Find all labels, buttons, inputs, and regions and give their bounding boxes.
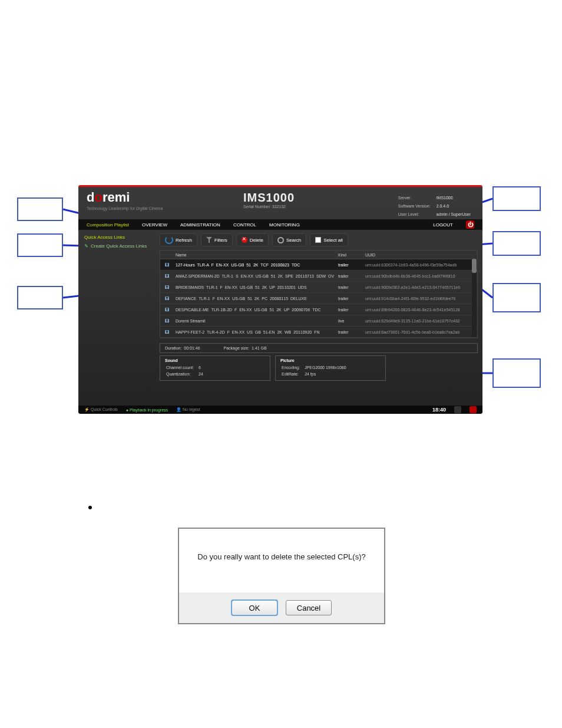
- scrollbar-thumb[interactable]: [472, 259, 477, 273]
- status-playback: ● Playback in progress: [126, 408, 168, 412]
- logout-link[interactable]: LOGOUT: [433, 222, 453, 228]
- app-ims1000: doremi Technology Leadership for Digital…: [78, 185, 482, 414]
- pencil-icon: ✎: [84, 243, 88, 249]
- reel-icon: 🎞: [160, 263, 173, 267]
- col-kind[interactable]: Kind: [338, 253, 365, 257]
- server-info: Server:IMS1000 Software Version:2.0.4.0 …: [395, 193, 474, 219]
- table-row[interactable]: 🎞AMAZ-SPIDERMAN-2D_TLR-1_S_EN-XX_US-GB_5…: [160, 271, 477, 282]
- cpl-table: Name Kind UUID 🎞127-Hours_TLR-A_F_EN-XX_…: [160, 250, 478, 338]
- reel-icon: 🎞: [160, 319, 173, 323]
- callout-box: [492, 186, 541, 211]
- callout-box: [17, 286, 63, 309]
- dialog-message: Do you really want to delete the selecte…: [179, 529, 384, 561]
- status-clock: 18:40: [432, 407, 446, 413]
- reel-icon: 🎞: [160, 285, 173, 289]
- reel-icon: 🎞: [160, 308, 173, 312]
- callout-box: [492, 231, 541, 256]
- quick-access-title: Quick Access Links: [84, 235, 154, 240]
- callout-box: [17, 233, 63, 257]
- callout-box: [492, 358, 541, 388]
- col-name[interactable]: Name: [173, 253, 338, 257]
- delete-confirm-dialog: Do you really want to delete the selecte…: [178, 528, 385, 624]
- refresh-icon: [165, 236, 173, 244]
- status-quick-controls[interactable]: ⚡ Quick Controls: [84, 407, 118, 412]
- serial-number: Serial Number: 332132: [243, 205, 295, 209]
- status-alert-icon[interactable]: [470, 406, 477, 413]
- logo: doremi: [87, 190, 130, 205]
- duration-value: 00:01:46: [184, 346, 200, 350]
- sound-title: Sound: [165, 358, 265, 363]
- selectall-button[interactable]: Select all: [310, 233, 348, 246]
- filters-button[interactable]: Filters: [201, 233, 233, 246]
- list-bullet: [88, 506, 92, 509]
- table-row[interactable]: 🎞Doremi Streamitliveurn:uuid:829d49e9-31…: [160, 315, 477, 327]
- reel-icon: 🎞: [160, 274, 173, 278]
- reel-icon: 🎞: [160, 330, 173, 334]
- table-row[interactable]: 🎞127-Hours_TLR-A_F_EN-XX_US-GB_51_2K_TCF…: [160, 259, 477, 271]
- power-icon[interactable]: ⏻: [466, 220, 474, 229]
- filter-icon: [206, 237, 212, 243]
- cancel-button[interactable]: Cancel: [286, 600, 332, 615]
- create-quick-access-link[interactable]: ✎ Create Quick Access Links: [84, 243, 154, 249]
- picture-title: Picture: [280, 358, 381, 363]
- reel-icon: 🎞: [160, 297, 173, 301]
- tab-overview[interactable]: OVERVIEW: [142, 222, 167, 228]
- delete-button[interactable]: Delete: [236, 233, 269, 246]
- search-icon: [277, 237, 284, 243]
- tab-composition-playlist[interactable]: Composition Playlist: [87, 222, 129, 228]
- status-icon[interactable]: [454, 406, 461, 413]
- pkg-label: Package size:: [224, 346, 250, 350]
- tab-administration[interactable]: ADMINISTRATION: [180, 222, 220, 228]
- ok-button[interactable]: OK: [232, 600, 277, 615]
- delete-icon: [242, 237, 247, 243]
- status-ingest: 👤 No ingest: [176, 407, 200, 412]
- table-row[interactable]: 🎞BRIDESMAIDS_TLR-1_F_EN-XX_US-GB_51_2K_U…: [160, 282, 477, 293]
- tab-monitoring[interactable]: MONITORING: [269, 222, 300, 228]
- table-row[interactable]: 🎞HAPPY-FEET-2_TLR-4-2D_F_EN-XX_US_GB_51-…: [160, 327, 477, 338]
- callout-box: [492, 283, 541, 312]
- tab-control[interactable]: CONTROL: [233, 222, 256, 228]
- table-row[interactable]: 🎞DEFIANCE_TLR-1_F_EN-XX_US-GB_51_2K_PC_2…: [160, 293, 477, 304]
- pkg-value: 1.41 GB: [252, 346, 267, 350]
- callout-box: [17, 197, 63, 221]
- refresh-button[interactable]: Refresh: [160, 233, 197, 246]
- product-name: IMS1000: [243, 191, 295, 205]
- col-uuid[interactable]: UUID: [365, 253, 477, 257]
- table-row[interactable]: 🎞DESPICABLE-ME_TLR-1B-2D_F_EN-XX_US-GB_5…: [160, 304, 477, 315]
- search-button[interactable]: Search: [272, 233, 306, 246]
- duration-label: Duration:: [165, 346, 181, 350]
- selectall-icon: [315, 237, 321, 243]
